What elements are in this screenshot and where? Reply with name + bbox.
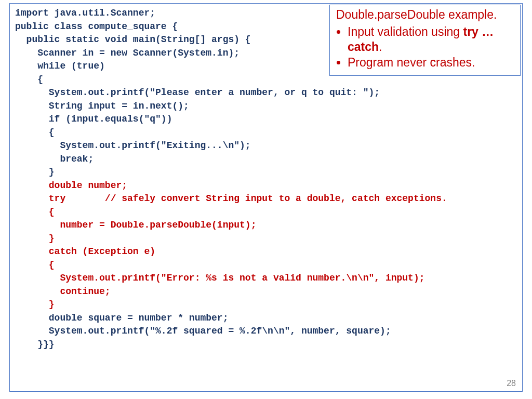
code-line: } [15,167,55,177]
code-line: System.out.printf("%.2f squared = %.2f\n… [15,326,391,336]
code-line: public static void main(String[] args) { [15,34,251,45]
code-line: Scanner in = new Scanner(System.in); [15,48,240,58]
code-container: Double.parseDouble example. Input valida… [9,3,523,392]
code-line-red: { [15,260,55,270]
code-line: System.out.printf("Please enter a number… [15,87,380,98]
code-line: public class compute_square { [15,21,178,32]
code-line-red: double number; [15,180,127,191]
code-line: import java.util.Scanner; [15,8,155,18]
code-line: }}} [15,339,55,350]
callout-title: Double.parseDouble example. [336,7,515,22]
code-line-red: try [15,193,105,204]
code-line: { [15,127,55,138]
code-line-red: catch (Exception e) [15,246,155,257]
callout-box: Double.parseDouble example. Input valida… [329,5,521,76]
callout-item-1: Program never crashes. [348,55,515,70]
code-line: { [15,74,43,85]
code-line-red: } [15,233,55,244]
code-line: break; [15,154,94,164]
code-line: if (input.equals("q")) [15,114,172,124]
code-line: System.out.printf("Exiting...\n"); [15,140,251,151]
code-line-red: System.out.printf("Error: %s is not a va… [15,273,425,283]
code-line-red: continue; [15,286,111,297]
callout-list: Input validation using try … catch. Prog… [336,24,515,70]
slide: Double.parseDouble example. Input valida… [0,0,532,399]
code-line: double square = number * number; [15,313,228,323]
code-line-red: } [15,299,55,310]
code-line-red: { [15,207,55,217]
page-number: 28 [507,379,516,388]
callout-item-0: Input validation using try … catch. [348,24,515,55]
code-line: String input = in.next(); [15,101,189,111]
code-line-red: number = Double.parseDouble(input); [15,220,256,230]
code-line: while (true) [15,61,105,71]
code-comment: // safely convert String input to a doub… [105,193,447,204]
